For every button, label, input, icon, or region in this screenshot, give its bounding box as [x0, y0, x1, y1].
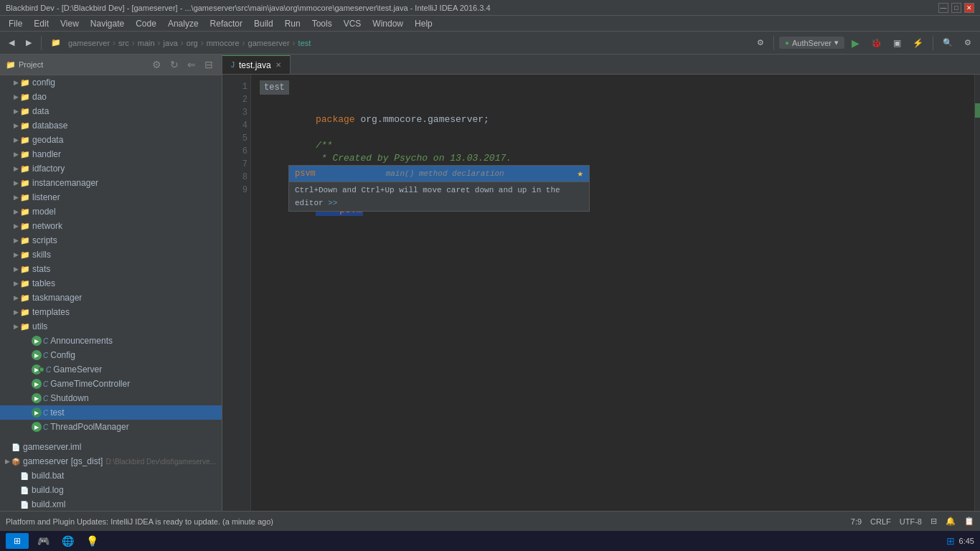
- event-log-icon[interactable]: 📋: [964, 517, 974, 526]
- line-num-6: 6: [225, 145, 248, 158]
- menu-build[interactable]: Build: [248, 17, 279, 30]
- tree-folder-dao[interactable]: ▶ 📁 dao: [0, 90, 222, 104]
- toolbar-search[interactable]: 🔍: [938, 37, 957, 49]
- arrow-icon: ▶: [11, 309, 20, 316]
- tree-folder-handler[interactable]: ▶ 📁 handler: [0, 147, 222, 161]
- maximize-button[interactable]: □: [951, 3, 961, 13]
- run-config-selector[interactable]: ● AuthServer ▾: [779, 37, 844, 49]
- tree-module-gsdist[interactable]: ▶ 📦 gameserver [gs_dist] D:\Blackbird De…: [0, 454, 222, 468]
- close-button[interactable]: ✕: [964, 3, 974, 13]
- project-gear-btn[interactable]: ⚙: [149, 57, 164, 72]
- menu-vcs[interactable]: VCS: [338, 17, 367, 30]
- menu-run[interactable]: Run: [279, 17, 306, 30]
- tree-file-buildlog[interactable]: 📄 build.log: [0, 483, 222, 497]
- tree-folder-geodata[interactable]: ▶ 📁 geodata: [0, 133, 222, 147]
- tree-folder-config[interactable]: ▶ 📁 config: [0, 75, 222, 90]
- menu-code[interactable]: Code: [130, 17, 162, 30]
- breadcrumb-java[interactable]: java: [164, 39, 178, 47]
- tab-test-java[interactable]: J test.java ✕: [222, 55, 291, 74]
- tree-folder-network[interactable]: ▶ 📁 network: [0, 219, 222, 233]
- menu-navigate[interactable]: Navigate: [85, 17, 130, 30]
- class-sub-icon: [39, 367, 44, 372]
- tree-class-shutdown[interactable]: ▶ C Shutdown: [0, 391, 222, 405]
- tree-class-config[interactable]: ▶ C Config: [0, 348, 222, 362]
- code-line-3: /**: [260, 126, 966, 139]
- project-sync-btn[interactable]: ↻: [167, 57, 182, 72]
- tree-class-gametimecontroller[interactable]: ▶ C GameTimeController: [0, 377, 222, 391]
- tree-folder-skills[interactable]: ▶ 📁 skills: [0, 248, 222, 262]
- project-settings-btn[interactable]: ⊟: [202, 57, 216, 72]
- minimize-button[interactable]: —: [938, 3, 948, 13]
- folder-icon: 📁: [20, 207, 30, 217]
- menu-file[interactable]: File: [3, 17, 28, 30]
- tree-folder-data[interactable]: ▶ 📁 data: [0, 104, 222, 118]
- folder-icon: 📁: [20, 308, 30, 317]
- menu-analyze[interactable]: Analyze: [162, 17, 204, 30]
- arrow-icon: ▶: [11, 108, 20, 115]
- toolbar-nav-back[interactable]: ◀: [4, 37, 19, 49]
- tab-close-btn[interactable]: ✕: [275, 61, 281, 69]
- toolbar: ◀ ▶ 📁 gameserver › src › main › java › o…: [0, 32, 980, 55]
- tree-folder-listener[interactable]: ▶ 📁 listener: [0, 190, 222, 204]
- tree-file-buildxml[interactable]: 📄 build.xml: [0, 497, 222, 511]
- notification-icon[interactable]: 🔔: [946, 517, 956, 526]
- breadcrumb-test[interactable]: test: [298, 39, 311, 47]
- tree-iml-gameserver[interactable]: 📄 gameserver.iml: [0, 440, 222, 454]
- toolbar-nav-forward[interactable]: ▶: [22, 37, 36, 49]
- project-collapse-btn[interactable]: ⇐: [184, 57, 199, 72]
- folder-icon: 📁: [20, 121, 30, 131]
- line-ending[interactable]: CRLF: [870, 517, 891, 526]
- tree-class-announcements[interactable]: ▶ C Announcements: [0, 334, 222, 348]
- tree-file-buildbat[interactable]: 📄 build.bat: [0, 468, 222, 483]
- debug-button[interactable]: 🐞: [867, 37, 886, 50]
- tree-class-test[interactable]: ▶ C test: [0, 405, 222, 420]
- breadcrumb-gameserver-2[interactable]: gameserver: [248, 39, 290, 47]
- tree-class-gameserver[interactable]: ▶ C GameServer: [0, 362, 222, 377]
- idea-icon: 💡: [86, 535, 98, 547]
- menu-window[interactable]: Window: [367, 17, 409, 30]
- menu-view[interactable]: View: [55, 17, 85, 30]
- autocomplete-selected-item[interactable]: psvm main() method declaration ★: [289, 166, 589, 182]
- tree-folder-tables[interactable]: ▶ 📁 tables: [0, 276, 222, 291]
- menu-refactor[interactable]: Refactor: [204, 17, 248, 30]
- toolbar-settings2[interactable]: ⚙: [960, 37, 976, 49]
- tree-folder-idfactory[interactable]: ▶ 📁 idfactory: [0, 161, 222, 176]
- toolbar-settings[interactable]: ⚙: [753, 37, 768, 49]
- tree-folder-scripts[interactable]: ▶ 📁 scripts: [0, 233, 222, 248]
- breadcrumb-mmocore[interactable]: mmocore: [207, 39, 240, 47]
- menu-edit[interactable]: Edit: [28, 17, 55, 30]
- class-run-icon: ▶: [32, 336, 42, 346]
- taskbar-icon-browser[interactable]: 🌐: [57, 533, 77, 549]
- breadcrumb-src[interactable]: src: [118, 39, 129, 47]
- taskbar-icon-idea[interactable]: 💡: [82, 533, 102, 549]
- arrow-icon: ▶: [11, 179, 20, 187]
- breadcrumb-org[interactable]: org: [187, 39, 198, 47]
- status-bar: Platform and Plugin Updates: IntelliJ ID…: [0, 511, 980, 531]
- menu-help[interactable]: Help: [409, 17, 438, 30]
- tree-folder-taskmanager[interactable]: ▶ 📁 taskmanager: [0, 291, 222, 305]
- tree-folder-instancemanager[interactable]: ▶ 📁 instancemanager: [0, 176, 222, 190]
- arrow-icon: ▶: [11, 194, 20, 201]
- menu-tools[interactable]: Tools: [306, 17, 338, 30]
- profile-button[interactable]: ⚡: [908, 37, 928, 50]
- start-button[interactable]: ⊞: [6, 533, 29, 549]
- tree-folder-database[interactable]: ▶ 📁 database: [0, 118, 222, 133]
- run-button[interactable]: ▶: [847, 36, 864, 50]
- taskbar-icon-steam[interactable]: 🎮: [33, 533, 53, 549]
- tree-folder-utils[interactable]: ▶ 📁 utils: [0, 319, 222, 334]
- code-area[interactable]: test package org.mmocore.gameserver; /**…: [251, 75, 974, 511]
- run-config-name: AuthServer: [792, 39, 831, 47]
- tree-folder-stats[interactable]: ▶ 📁 stats: [0, 262, 222, 276]
- breadcrumb-main[interactable]: main: [138, 39, 155, 47]
- class-run-icon: ▶: [32, 422, 42, 432]
- folder-icon: 📁: [20, 265, 30, 274]
- encoding[interactable]: UTF-8: [900, 517, 922, 526]
- cursor-position[interactable]: 7:9: [851, 517, 862, 526]
- breadcrumb-gameserver[interactable]: gameserver: [68, 39, 110, 47]
- tree-class-threadpoolmanager[interactable]: ▶ C ThreadPoolManager: [0, 420, 222, 434]
- coverage-button[interactable]: ▣: [889, 37, 905, 50]
- tree-folder-model[interactable]: ▶ 📁 model: [0, 204, 222, 219]
- toolbar-project-icon[interactable]: 📁: [47, 37, 65, 49]
- tree-folder-templates[interactable]: ▶ 📁 templates: [0, 305, 222, 319]
- autocomplete-hint-link[interactable]: >>: [328, 199, 337, 207]
